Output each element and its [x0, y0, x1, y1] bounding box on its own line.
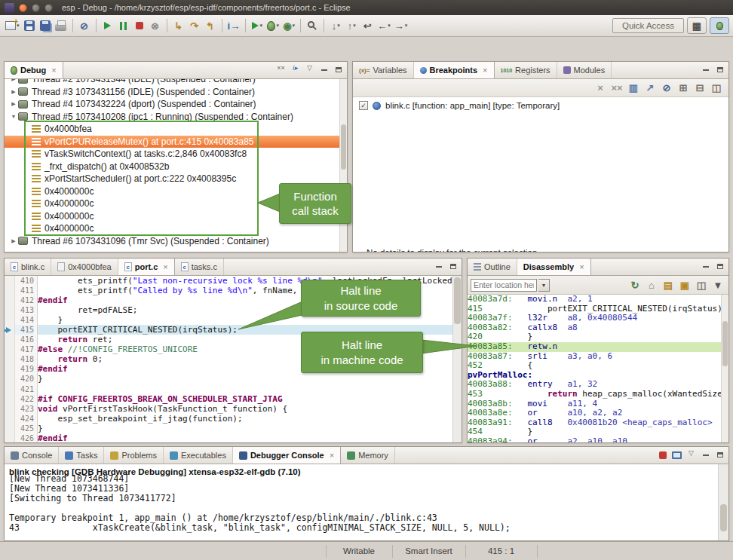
location-dropdown-icon[interactable]: ▼	[538, 279, 550, 292]
remove-all-terminated-icon[interactable]: ××	[274, 64, 287, 77]
maximize-view-icon[interactable]	[446, 261, 459, 274]
annotation-ruler-row[interactable]	[5, 315, 14, 325]
line-number[interactable]: 411	[15, 286, 34, 295]
annotation-ruler[interactable]	[5, 276, 15, 442]
expand-all-icon[interactable]: ⊞	[676, 80, 691, 96]
view-menu-icon[interactable]: ▼	[710, 277, 725, 293]
expander-icon[interactable]: ▶	[9, 79, 18, 82]
view-menu-icon[interactable]: ▽	[303, 64, 316, 77]
remove-all-breakpoints-icon[interactable]: ××	[609, 80, 624, 96]
code-line[interactable]: esp_set_breakpoint_if_jtag(function);	[38, 414, 452, 424]
tab-blink-c[interactable]: blink.c	[5, 259, 51, 275]
instruction-stepping-icon[interactable]: i→	[226, 17, 242, 34]
instruction-stepping-mode-icon[interactable]: i▸	[289, 64, 302, 77]
annotation-ruler-row[interactable]	[5, 424, 14, 433]
line-number-ruler[interactable]: 4104114124134144154164174184194204214224…	[15, 276, 38, 442]
code-line[interactable]: #if CONFIG_FREERTOS_BREAK_ON_SCHEDULER_S…	[38, 394, 452, 404]
tab-tasks[interactable]: Tasks	[59, 447, 104, 464]
tab-debugger-console[interactable]: Debugger Console ×	[233, 447, 341, 464]
close-icon[interactable]: ×	[51, 66, 56, 75]
instruction-pointer-marker[interactable]	[5, 325, 14, 335]
breakpoint-checkbox[interactable]: ✓	[359, 101, 368, 110]
line-number[interactable]: 417	[15, 344, 34, 354]
print-icon[interactable]	[54, 17, 69, 34]
tab-disassembly[interactable]: Disassembly ×	[517, 259, 591, 275]
next-annotation-icon[interactable]: ↓▾	[328, 17, 343, 34]
code-line[interactable]: #endif	[38, 364, 452, 374]
annotation-ruler-row[interactable]	[5, 374, 14, 384]
close-icon[interactable]: ×	[483, 66, 487, 75]
run-icon[interactable]: ▾	[250, 17, 265, 34]
code-line[interactable]: return ret;	[38, 335, 452, 344]
tab-variables[interactable]: (x)= Variables	[353, 62, 414, 78]
maximize-view-icon[interactable]	[713, 449, 726, 462]
debug-stack-frame-row[interactable]: _frxt_dispatch() at 0x4008532b	[5, 161, 339, 173]
code-area[interactable]: ets_printf("Last non-recursive lock %s l…	[38, 276, 452, 442]
disassembly-line[interactable]: 452 {	[468, 361, 721, 371]
open-perspective-button[interactable]: ▦	[687, 17, 707, 34]
scrollbar-thumb[interactable]	[720, 504, 727, 531]
link-with-active-context-icon[interactable]: ◫	[694, 277, 709, 293]
expander-icon[interactable]: ▼	[9, 114, 18, 119]
debug-stack-frame-row[interactable]: 0x4000bfea	[5, 123, 339, 136]
tab-outline[interactable]: Outline	[468, 259, 517, 275]
debug-stack-frame-row[interactable]: 0x4000000c	[5, 185, 339, 198]
suspend-icon[interactable]	[116, 17, 131, 34]
title-bar[interactable]: esp - Debug - /home/krzysztof/esp/esp-id…	[0, 0, 733, 15]
show-breakpoints-for-selection-icon[interactable]: ▥	[626, 80, 641, 96]
disassembly-line[interactable]: 415 portEXIT_CRITICAL_NESTED(irqStatus)	[468, 304, 721, 314]
tab-port-c[interactable]: port.c ×	[118, 259, 175, 275]
save-icon[interactable]	[22, 17, 37, 34]
annotation-ruler-row[interactable]	[5, 344, 14, 354]
disassembly-scrollbar[interactable]	[721, 295, 728, 442]
previous-annotation-icon[interactable]: ↑▾	[344, 17, 359, 34]
remove-breakpoint-icon[interactable]: ×	[593, 80, 608, 96]
tab-0x4000bfea[interactable]: 0x4000bfea	[51, 259, 118, 275]
code-line[interactable]	[38, 384, 452, 394]
disassembly-line[interactable]: 40083a7d: movi.n a2, 1	[468, 295, 721, 304]
line-number[interactable]: 423	[15, 404, 34, 414]
annotation-ruler-row[interactable]	[5, 276, 14, 286]
step-into-icon[interactable]: ↳	[171, 17, 186, 34]
line-number[interactable]: 413	[15, 305, 34, 315]
debug-thread-row[interactable]: ▶Thread #2 1073431344 (IDLE) (Suspended …	[5, 79, 339, 86]
line-number[interactable]: 424	[15, 414, 34, 424]
minimize-view-icon[interactable]	[699, 449, 712, 462]
last-edit-location-icon[interactable]: ↩	[360, 17, 375, 34]
debug-stack-frame-row[interactable]: vPortCPUReleaseMutex() at port.c:415 0x4…	[5, 136, 339, 148]
disassembly-line[interactable]: 420 }	[468, 332, 721, 342]
close-icon[interactable]: ×	[163, 262, 167, 271]
display-selected-console-icon[interactable]	[670, 449, 683, 462]
tab-breakpoints[interactable]: Breakpoints ×	[414, 62, 495, 78]
code-line[interactable]: #endif	[38, 295, 452, 305]
tab-debug[interactable]: Debug ×	[5, 62, 63, 78]
show-source-icon[interactable]: ▤	[661, 277, 676, 293]
line-number[interactable]: 421	[15, 384, 34, 394]
collapse-all-icon[interactable]: ⊟	[692, 80, 707, 96]
disassembly-line[interactable]: 40083a85: retw.n	[468, 342, 721, 352]
debug-perspective-button[interactable]	[710, 17, 729, 34]
code-line[interactable]: ets_printf("Called by %s line %d\n", fnN…	[38, 286, 452, 295]
tab-console[interactable]: Console	[5, 447, 59, 464]
line-number[interactable]: 420	[15, 374, 34, 384]
tab-memory[interactable]: Memory	[341, 447, 395, 464]
code-line[interactable]: return 0;	[38, 354, 452, 364]
tab-registers[interactable]: 1010 Registers	[495, 62, 557, 78]
debug-thread-row[interactable]: ▶Thread #4 1073432224 (dport) (Suspended…	[5, 98, 339, 111]
annotation-ruler-row[interactable]	[5, 404, 14, 414]
line-number[interactable]: 414	[15, 315, 34, 325]
minimize-view-icon[interactable]	[317, 64, 330, 77]
disassembly-line[interactable]: 40083a7f: l32r a8, 0x40080544	[468, 314, 721, 323]
step-over-icon[interactable]: ↷	[187, 17, 202, 34]
go-to-file-for-breakpoint-icon[interactable]: ↗	[643, 80, 658, 96]
tab-problems[interactable]: Problems	[104, 447, 163, 464]
save-all-icon[interactable]	[38, 17, 53, 34]
debug-scrollbar[interactable]	[339, 79, 347, 252]
code-line[interactable]: #else //!CONFIG_FREERTOS_UNICORE	[38, 344, 452, 354]
breakpoint-item[interactable]: ✓ blink.c [function: app_main] [type: Te…	[353, 97, 728, 110]
annotation-ruler-row[interactable]	[5, 414, 14, 424]
line-number[interactable]: 418	[15, 354, 34, 364]
line-number[interactable]: 410	[15, 276, 34, 286]
annotation-ruler-row[interactable]	[5, 354, 14, 364]
search-icon[interactable]	[305, 17, 320, 34]
